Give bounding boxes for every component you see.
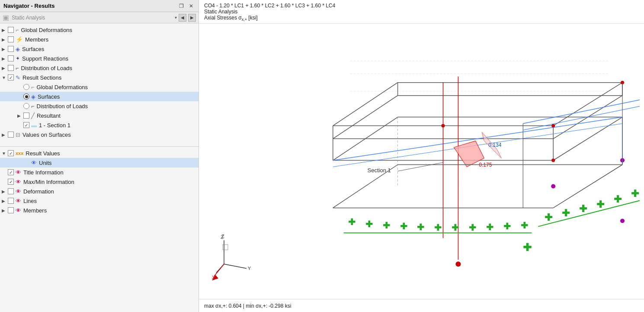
svg-point-37 [551,184,555,188]
tree-item-result-values[interactable]: ▼ xxx Result Values [0,148,199,158]
expander-rv-lines[interactable]: ▶ [2,199,8,203]
checkbox-members[interactable] [8,36,14,42]
svg-text:✚: ✚ [523,241,532,253]
icon-surfaces: ◈ [16,46,20,52]
icon-rv-maxmin: 👁 [16,179,21,185]
checkbox-values-on-surfaces[interactable] [8,132,14,138]
nav-title: Navigator - Results [3,3,54,9]
tree-item-values-on-surfaces[interactable]: ▶ ⊟ Values on Surfaces [0,130,199,139]
radio-rs-surfaces[interactable] [23,93,29,100]
viewport-line3-prefix: Axial Stresses σ [204,15,242,21]
tree-item-distribution-loads[interactable]: ▶ ⌐ Distribution of Loads [0,63,199,73]
svg-text:✚: ✚ [434,223,442,232]
expander-surfaces[interactable]: ▶ [2,47,8,51]
next-button[interactable]: ▶ [188,14,196,22]
tree-item-rv-deformation[interactable]: ▶ 👁 Deformation [0,187,199,196]
label-values-on-surfaces: Values on Surfaces [22,132,71,138]
icon-members: ⚡ [16,36,23,43]
tree-item-surfaces[interactable]: ▶ ◈ Surfaces [0,44,199,54]
prev-button[interactable]: ◀ [179,14,186,22]
checkbox-distribution-loads[interactable] [8,65,14,71]
close-icon[interactable]: ✕ [187,3,195,10]
svg-text:✚: ✚ [469,223,476,232]
checkbox-rv-members[interactable] [8,207,14,213]
icon-rv-members: 👁 [16,207,21,214]
svg-text:✚: ✚ [545,212,553,223]
label-rv-lines: Lines [23,198,37,204]
viewport-line3-suffix: [ksi] [247,15,258,21]
expander-result-values[interactable]: ▼ [2,151,8,156]
tree-item-rs-surfaces[interactable]: ◈ Surfaces [0,92,199,101]
tree-item-rs-global-deformations[interactable]: ⌐ Global Deformations [0,82,199,92]
viewport-line1: CO4 - 1.20 * LC1 + 1.60 * LC2 + 1.60 * L… [204,3,639,9]
checkbox-result-sections[interactable] [8,74,14,80]
checkbox-rs-resultant[interactable] [23,113,29,119]
checkbox-rv-title[interactable] [8,169,14,175]
expander-rv-deformation[interactable]: ▶ [2,189,8,194]
svg-text:✚: ✚ [503,222,511,231]
expander-values-on-surfaces[interactable]: ▶ [2,132,8,137]
radio-rs-distribution[interactable] [23,103,29,109]
svg-text:✚: ✚ [486,222,493,232]
svg-text:✚: ✚ [521,221,528,230]
expander-rs-resultant[interactable]: ▶ [17,113,23,118]
tree-item-support-reactions[interactable]: ▶ ✦ Support Reactions [0,54,199,63]
expander-distribution-loads[interactable]: ▶ [2,66,8,71]
navigator-panel: Navigator - Results ❐ ✕ ▣ Static Analysi… [0,0,199,312]
expander-rv-members[interactable]: ▶ [2,208,8,213]
tree-item-global-deformations[interactable]: ▶ ⌐ Global Deformations [0,25,199,35]
viewport-3d[interactable]: Section 1 0.134 0.175 [199,30,644,299]
icon-rv-lines: 👁 [16,198,21,204]
icon-rs-section1: ▬ [31,122,37,129]
tree-item-rv-title[interactable]: 👁 Title Information [0,167,199,177]
tree-item-rs-distribution[interactable]: ⌐ Distribution of Loads [0,101,199,111]
tree-item-rv-members[interactable]: ▶ 👁 Members [0,206,199,215]
radio-rs-global-deformations[interactable] [23,84,29,90]
svg-text:✚: ✚ [579,203,587,214]
expander-result-sections[interactable]: ▼ [2,75,8,80]
label-rv-members: Members [23,207,47,214]
tree-item-result-sections[interactable]: ▼ ✎ Result Sections [0,73,199,82]
icon-rs-distribution: ⌐ [31,103,35,109]
checkbox-result-values[interactable] [8,150,14,156]
checkbox-rv-lines[interactable] [8,198,14,204]
tree-item-rv-maxmin[interactable]: 👁 Max/Min Information [0,177,199,187]
label-distribution-loads: Distribution of Loads [21,65,73,71]
checkbox-rs-section1[interactable] [23,122,29,128]
tree-item-rs-resultant[interactable]: ▶ ╱ Resultant [0,111,199,120]
checkbox-rv-maxmin[interactable] [8,179,14,185]
checkbox-surfaces[interactable] [8,46,14,52]
static-analysis-label: Static Analysis [12,15,173,21]
checkbox-rv-deformation[interactable] [8,188,14,194]
viewport: CO4 - 1.20 * LC1 + 1.60 * LC2 + 1.60 * L… [199,0,644,312]
icon-global-deformations: ⌐ [16,27,19,33]
label-global-deformations: Global Deformations [21,27,73,33]
tree-item-rv-units[interactable]: 👁 Units [0,158,199,167]
label-rv-maxmin: Max/Min Information [23,179,74,185]
svg-text:Z: Z [221,235,224,240]
restore-icon[interactable]: ❐ [177,3,186,10]
expander-global-deformations[interactable]: ▶ [2,28,8,32]
section-divider [0,146,199,147]
label-section1-text: Section 1 [368,167,391,174]
tree-item-rv-lines[interactable]: ▶ 👁 Lines [0,196,199,206]
nav-toolbar: ▣ Static Analysis ▾ ◀ ▶ [0,12,199,23]
label-175-value: 0.175 [479,162,492,168]
expander-support-reactions[interactable]: ▶ [2,56,8,61]
scene-svg: Section 1 0.134 0.175 [199,30,644,299]
label-rs-resultant: Resultant [37,113,61,119]
checkbox-support-reactions[interactable] [8,55,14,61]
tree-item-members[interactable]: ▶ ⚡ Members [0,35,199,44]
icon-rs-surfaces: ◈ [31,93,35,100]
viewport-footer: max σx,+: 0.604 | min σx,+: -0.298 ksi [199,299,644,312]
checkbox-global-deformations[interactable] [8,27,14,33]
svg-text:✚: ✚ [452,223,459,232]
tree-item-rs-section1[interactable]: ▬ 1 - Section 1 [0,120,199,130]
static-analysis-icon: ▣ [3,13,9,22]
svg-text:Y: Y [248,266,251,271]
expander-members[interactable]: ▶ [2,37,8,42]
icon-result-values: xxx [16,151,23,156]
icon-values-on-surfaces: ⊟ [16,132,20,138]
svg-text:✚: ✚ [596,199,605,210]
dropdown-icon[interactable]: ▾ [175,15,177,20]
